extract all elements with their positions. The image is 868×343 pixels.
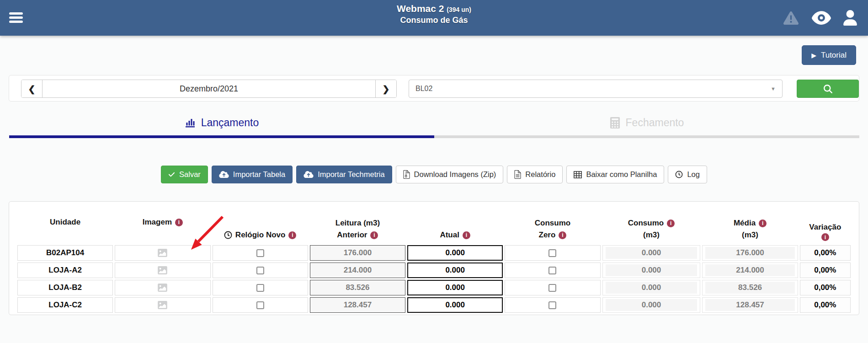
- table-row: LOJA-B2 0.000 83.526: [17, 280, 851, 295]
- average-value: 83.526: [705, 282, 794, 294]
- zero-consumption-checkbox[interactable]: [548, 267, 556, 274]
- info-icon[interactable]: i: [821, 233, 829, 241]
- consumption-cell: 0.000: [602, 280, 701, 295]
- header-relogio-novo: Relógio Novo i: [213, 208, 308, 241]
- new-meter-checkbox[interactable]: [256, 284, 264, 292]
- tab-lancamento[interactable]: Lançamento: [9, 110, 434, 138]
- calculator-icon: [610, 117, 620, 129]
- tutorial-button[interactable]: ▶ Tutorial: [802, 45, 856, 65]
- average-value: 128.457: [705, 299, 794, 311]
- info-icon[interactable]: i: [175, 219, 183, 226]
- header-consumo: Consumo i (m3): [602, 208, 701, 241]
- zero-consumption-cell: [505, 245, 600, 261]
- unit-count-badge: (394 un): [447, 6, 471, 13]
- block-select-value: BL02: [415, 85, 432, 93]
- table-row: B02AP104 0.000 176.000: [17, 245, 851, 260]
- next-month-button[interactable]: ❯: [375, 80, 396, 97]
- save-button[interactable]: Salvar: [161, 166, 208, 183]
- previous-reading-cell: [310, 245, 405, 261]
- average-cell: 214.000: [702, 263, 798, 278]
- consumption-value: 0.000: [606, 299, 698, 311]
- filter-bar: ❮ Dezembro/2021 ❯ BL02 ▼: [9, 75, 859, 102]
- block-select[interactable]: BL02 ▼: [409, 80, 783, 98]
- previous-reading-cell: [310, 263, 405, 278]
- period-navigator: ❮ Dezembro/2021 ❯: [21, 80, 397, 98]
- cloud-upload-icon: [304, 171, 314, 178]
- previous-reading-cell: [310, 280, 405, 295]
- file-text-icon: [514, 170, 521, 179]
- warning-triangle-icon[interactable]: [783, 11, 799, 26]
- info-icon[interactable]: i: [463, 231, 470, 239]
- variation-value: 0,00%: [800, 280, 851, 295]
- variation-value: 0,00%: [800, 263, 851, 278]
- current-reading-input[interactable]: [407, 297, 503, 313]
- app-title-block: Webmac 2 (394 un) Consumo de Gás: [0, 3, 868, 25]
- bar-chart-icon: [185, 117, 196, 128]
- zero-consumption-cell: [505, 280, 600, 295]
- zero-consumption-checkbox[interactable]: [548, 249, 556, 257]
- image-cell[interactable]: [115, 280, 210, 295]
- variation-value: 0,00%: [800, 245, 851, 261]
- average-cell: 176.000: [702, 245, 798, 261]
- log-button[interactable]: Log: [668, 166, 707, 183]
- top-navbar: Webmac 2 (394 un) Consumo de Gás: [0, 0, 868, 36]
- info-icon[interactable]: i: [288, 231, 296, 239]
- tab-fechamento[interactable]: Fechamento: [434, 110, 859, 138]
- current-reading-input[interactable]: [407, 280, 503, 295]
- header-imagem: Imagem i: [115, 208, 210, 241]
- import-table-button[interactable]: Importar Tabela: [212, 166, 293, 183]
- period-value[interactable]: Dezembro/2021: [43, 80, 375, 97]
- table-row: LOJA-A2 0.000 214.000: [17, 263, 851, 278]
- header-variacao: Variação i: [800, 208, 851, 241]
- current-reading-input[interactable]: [407, 245, 503, 261]
- image-cell[interactable]: [115, 297, 210, 313]
- clock-icon: [675, 171, 683, 178]
- info-icon[interactable]: i: [759, 220, 767, 227]
- report-button[interactable]: Relatório: [507, 166, 563, 183]
- average-value: 176.000: [705, 247, 794, 259]
- user-icon[interactable]: [843, 10, 857, 26]
- previous-reading-input: [310, 297, 405, 313]
- current-reading-cell: [407, 263, 503, 278]
- search-button[interactable]: [797, 80, 859, 98]
- current-reading-input[interactable]: [407, 263, 503, 278]
- new-meter-cell: [213, 245, 308, 261]
- unit-cell: B02AP104: [17, 245, 113, 261]
- info-icon[interactable]: i: [559, 231, 566, 239]
- new-meter-cell: [213, 263, 308, 278]
- file-zip-icon: [403, 170, 410, 179]
- average-cell: 128.457: [702, 297, 798, 313]
- table-row: LOJA-C2 0.000 128.457: [17, 297, 851, 312]
- download-images-button[interactable]: Download Imagens (Zip): [396, 166, 504, 183]
- zero-consumption-checkbox[interactable]: [548, 301, 556, 309]
- action-button-row: Salvar Importar Tabela Importar Techmetr…: [0, 166, 868, 183]
- previous-month-button[interactable]: ❮: [21, 80, 43, 97]
- new-meter-checkbox[interactable]: [256, 249, 264, 257]
- consumption-value: 0.000: [606, 264, 698, 276]
- consumption-cell: 0.000: [602, 297, 701, 313]
- image-cell[interactable]: [115, 245, 210, 261]
- consumption-value: 0.000: [606, 282, 698, 294]
- info-icon[interactable]: i: [370, 231, 378, 239]
- new-meter-cell: [213, 280, 308, 295]
- info-icon[interactable]: i: [667, 220, 675, 227]
- new-meter-checkbox[interactable]: [256, 301, 264, 309]
- header-anterior: Leitura (m3) Anterior i: [310, 208, 405, 241]
- previous-reading-input: [310, 280, 405, 295]
- new-meter-checkbox[interactable]: [256, 267, 264, 274]
- chevron-down-icon: ▼: [771, 86, 776, 91]
- previous-reading-input: [310, 263, 405, 278]
- average-cell: 83.526: [702, 280, 798, 295]
- table-header-row: Unidade Imagem i Relógio Novo i Leitura …: [17, 208, 851, 241]
- zero-consumption-cell: [505, 297, 600, 313]
- import-techmetria-button[interactable]: Importar Techmetria: [296, 166, 392, 183]
- cloud-upload-icon: [219, 171, 229, 178]
- download-spreadsheet-button[interactable]: Baixar como Planilha: [566, 166, 664, 183]
- new-meter-cell: [213, 297, 308, 313]
- zero-consumption-checkbox[interactable]: [548, 284, 556, 292]
- header-atual: Atual i: [407, 208, 503, 241]
- app-title: Webmac 2 (394 un): [0, 3, 868, 14]
- image-cell[interactable]: [115, 263, 210, 278]
- eye-icon[interactable]: [812, 11, 831, 25]
- unit-cell: LOJA-C2: [17, 297, 113, 313]
